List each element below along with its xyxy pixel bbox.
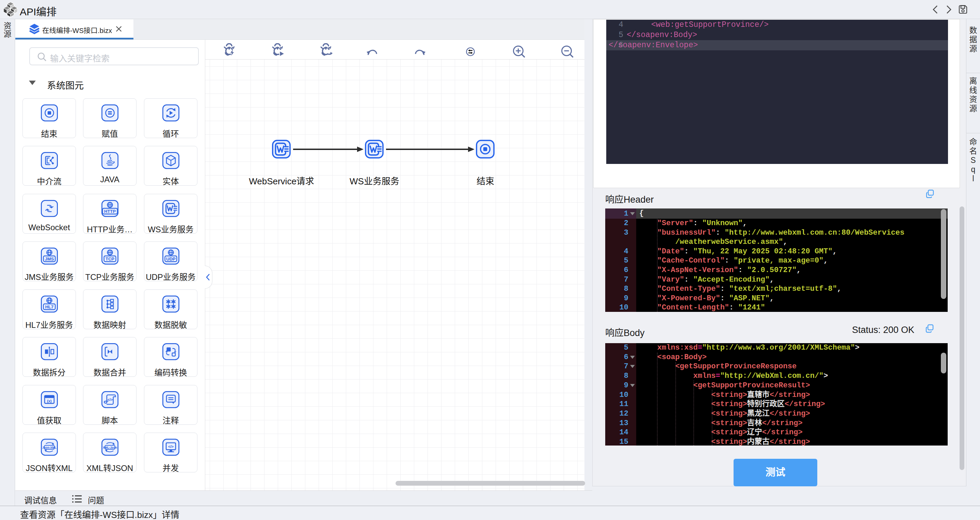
svg-text:UDP: UDP: [166, 257, 176, 262]
svg-text:</>: </>: [168, 444, 174, 449]
svg-text:(x): (x): [47, 399, 52, 403]
svg-text:HTTP: HTTP: [104, 209, 116, 214]
svg-text:JMS: JMS: [45, 257, 54, 262]
svg-text:HL7: HL7: [45, 304, 53, 309]
svg-text:XML-Json: XML-Json: [103, 446, 117, 449]
svg-text:Json-XML: Json-XML: [42, 446, 57, 449]
svg-text:</>: </>: [108, 398, 113, 402]
svg-text:TCP: TCP: [105, 257, 115, 262]
